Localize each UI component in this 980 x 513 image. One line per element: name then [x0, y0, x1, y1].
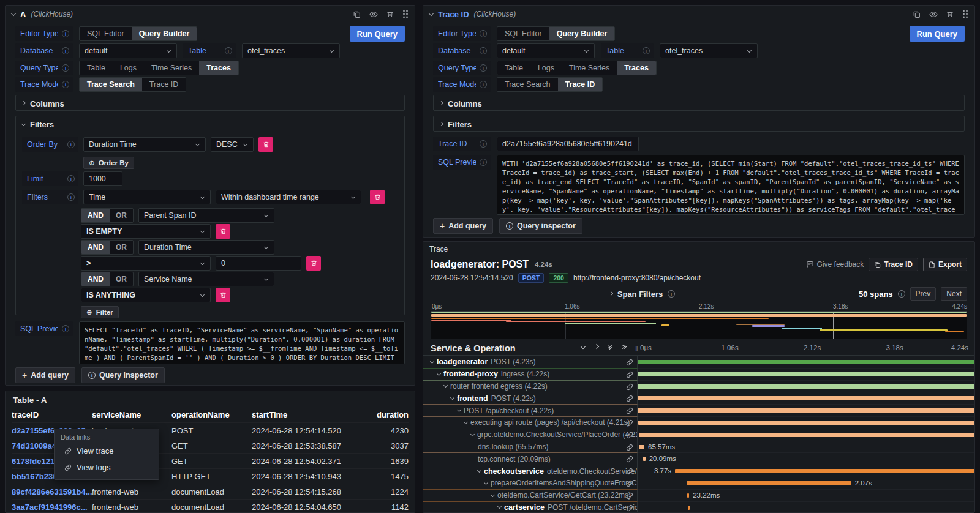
- col-header-starttime[interactable]: startTime: [252, 410, 356, 419]
- database-select[interactable]: default: [497, 43, 595, 58]
- span-row[interactable]: cartservicePOST /oteldemo.CartService/Ge…: [423, 502, 974, 512]
- span-link-icon[interactable]: [626, 432, 633, 441]
- span-bar[interactable]: [638, 372, 974, 376]
- remove-filter-button[interactable]: [370, 190, 385, 204]
- option-time-series[interactable]: Time Series: [562, 61, 617, 75]
- span-link-icon[interactable]: [626, 455, 633, 465]
- span-expander-icon[interactable]: [477, 468, 481, 473]
- option-sql-editor[interactable]: SQL Editor: [497, 27, 549, 40]
- give-feedback-link[interactable]: Give feedback: [806, 260, 864, 269]
- trace-id-link[interactable]: 89cf4286e631591b4...: [12, 487, 92, 496]
- option-trace-search[interactable]: Trace Search: [497, 78, 558, 91]
- span-bar[interactable]: [639, 433, 974, 437]
- expand-all-icon[interactable]: [621, 346, 626, 348]
- option-time-series[interactable]: Time Series: [144, 61, 199, 75]
- collapse-chevron-icon[interactable]: [429, 11, 434, 16]
- collapse-one-icon[interactable]: [581, 344, 586, 349]
- span-row[interactable]: router frontend egress (4.22s): [423, 381, 974, 393]
- span-row[interactable]: dns.lookup (65.57ms)65.57ms: [423, 441, 974, 454]
- span-row[interactable]: loadgeneratorPOST (4.23s): [423, 356, 974, 369]
- option-table[interactable]: Table: [80, 61, 113, 75]
- option-traces[interactable]: Traces: [617, 61, 656, 75]
- span-bar[interactable]: [675, 469, 974, 473]
- view-trace-link[interactable]: View trace: [55, 443, 159, 459]
- col-header-servicename[interactable]: serviceName: [92, 410, 172, 419]
- span-bar[interactable]: [638, 384, 974, 389]
- span-expander-icon[interactable]: [457, 408, 461, 412]
- span-expander-icon[interactable]: [430, 359, 434, 364]
- span-filters-chevron-icon[interactable]: [609, 291, 613, 295]
- span-link-icon[interactable]: [626, 504, 633, 512]
- filter-operator-select[interactable]: >: [81, 256, 211, 271]
- span-row[interactable]: prepareOrderItemsAndShippingQuoteFromCar…: [423, 477, 974, 490]
- columns-section[interactable]: Columns: [15, 95, 405, 111]
- span-row[interactable]: grpc.oteldemo.CheckoutService/PlaceOrder…: [423, 429, 974, 441]
- option-sql-editor[interactable]: SQL Editor: [80, 27, 132, 40]
- option-and[interactable]: AND: [81, 272, 110, 286]
- export-button[interactable]: Export: [923, 258, 967, 271]
- span-expander-icon[interactable]: [497, 504, 502, 509]
- drag-handle-icon[interactable]: [402, 10, 409, 18]
- hide-response-eye-icon[interactable]: [369, 10, 378, 18]
- filter-operator-select[interactable]: IS EMPTY: [81, 224, 211, 239]
- filter-operator-select[interactable]: IS ANYTHING: [81, 288, 211, 302]
- option-query-builder[interactable]: Query Builder: [549, 27, 615, 40]
- span-expander-icon[interactable]: [470, 432, 475, 436]
- option-trace-id[interactable]: Trace ID: [142, 78, 186, 91]
- option-trace-id[interactable]: Trace ID: [558, 78, 603, 91]
- span-link-icon[interactable]: [626, 395, 633, 404]
- columns-section[interactable]: Columns: [433, 95, 965, 111]
- option-logs[interactable]: Logs: [530, 61, 562, 75]
- query-inspector-button[interactable]: iQuery inspector: [499, 218, 582, 234]
- database-select[interactable]: default: [79, 43, 177, 58]
- drag-handle-icon[interactable]: [962, 10, 968, 18]
- span-link-icon[interactable]: [626, 480, 633, 489]
- span-row[interactable]: frontend-proxyingress (4.22s): [423, 369, 974, 381]
- span-link-icon[interactable]: [626, 407, 633, 416]
- span-bar[interactable]: [638, 421, 974, 425]
- add-query-button[interactable]: +Add query: [433, 218, 493, 234]
- filter-field-select[interactable]: Time: [83, 190, 211, 204]
- query-inspector-button[interactable]: iQuery inspector: [81, 367, 165, 383]
- span-link-icon[interactable]: [626, 444, 633, 453]
- duplicate-icon[interactable]: [353, 10, 361, 18]
- limit-input[interactable]: 1000: [83, 171, 123, 186]
- trace-minimap[interactable]: [431, 311, 967, 339]
- col-header-duration[interactable]: duration: [356, 410, 409, 419]
- span-bar[interactable]: [643, 457, 645, 461]
- col-header-traceid[interactable]: traceID: [12, 410, 92, 419]
- span-bar[interactable]: [638, 396, 974, 400]
- remove-filter-button[interactable]: [306, 256, 321, 271]
- span-bar[interactable]: [638, 408, 974, 413]
- span-row[interactable]: frontendPOST (4.22s): [423, 392, 974, 405]
- view-logs-link[interactable]: View logs: [55, 459, 159, 476]
- add-query-button[interactable]: +Add query: [15, 367, 75, 383]
- span-row[interactable]: oteldemo.CartService/GetCart (23.22ms)23…: [423, 490, 974, 502]
- remove-filter-button[interactable]: [216, 224, 230, 239]
- filter-field-select[interactable]: Duration Time: [138, 240, 274, 255]
- collapse-all-icon[interactable]: [608, 345, 611, 349]
- span-bar[interactable]: [688, 506, 690, 510]
- span-link-icon[interactable]: [626, 359, 633, 368]
- panel-header[interactable]: A (ClickHouse): [6, 6, 415, 23]
- expand-one-icon[interactable]: [594, 344, 599, 349]
- span-link-icon[interactable]: [626, 383, 633, 392]
- filter-field-select[interactable]: Service Name: [138, 272, 274, 286]
- next-span-button[interactable]: Next: [941, 287, 967, 301]
- trace-id-copy-button[interactable]: Trace ID: [869, 258, 918, 271]
- order-by-direction-select[interactable]: DESC: [211, 137, 254, 152]
- col-header-operationname[interactable]: operationName: [172, 410, 252, 419]
- span-expander-icon[interactable]: [443, 383, 448, 388]
- table-select[interactable]: otel_traces: [660, 43, 758, 58]
- span-row[interactable]: checkoutserviceoteldemo.CheckoutService/…: [423, 465, 974, 477]
- option-table[interactable]: Table: [497, 61, 530, 75]
- option-logs[interactable]: Logs: [113, 61, 144, 75]
- span-row[interactable]: tcp.connect (20.09ms)20.09ms: [423, 453, 974, 465]
- filter-value-input[interactable]: 0: [216, 256, 301, 271]
- remove-filter-button[interactable]: [216, 288, 230, 302]
- span-expander-icon[interactable]: [484, 481, 488, 485]
- option-and[interactable]: AND: [81, 209, 110, 222]
- duplicate-icon[interactable]: [913, 10, 921, 18]
- span-link-icon[interactable]: [626, 468, 633, 477]
- span-expander-icon[interactable]: [437, 372, 441, 376]
